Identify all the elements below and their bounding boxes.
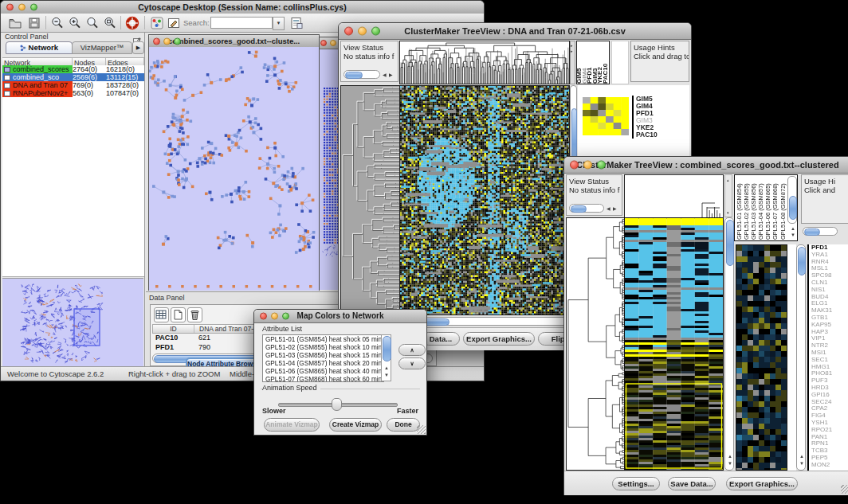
tv1-status-scrollbar[interactable] bbox=[344, 70, 380, 79]
network-canvas[interactable] bbox=[149, 47, 319, 291]
tv1-splitter[interactable]: ▸▸ bbox=[570, 41, 575, 84]
move-up-button[interactable]: ∧ bbox=[398, 344, 426, 356]
zoom-selected-icon[interactable] bbox=[85, 16, 100, 30]
minimize-icon[interactable] bbox=[18, 4, 26, 11]
network-row[interactable]: DNA and Tran 07769(0)183728(0) bbox=[2, 81, 144, 89]
treeview-combined-titlebar[interactable]: ClusterMaker TreeView : combined_scores_… bbox=[564, 157, 848, 174]
column-label[interactable]: PFD1 bbox=[587, 41, 593, 84]
report-icon[interactable] bbox=[289, 16, 304, 30]
treeview-dna-titlebar[interactable]: ClusterMaker TreeView : DNA and Tran 07-… bbox=[339, 23, 691, 40]
minimize-icon[interactable] bbox=[583, 161, 592, 170]
zoom-window-icon[interactable] bbox=[30, 4, 37, 11]
column-label[interactable]: GPL51-01 (GSM854) bbox=[736, 176, 743, 240]
tv1-column-dendrogram[interactable] bbox=[399, 41, 570, 84]
gene-label[interactable]: MON2 bbox=[811, 462, 848, 469]
close-icon[interactable] bbox=[320, 40, 327, 46]
resize-grip[interactable] bbox=[417, 425, 426, 434]
column-label[interactable]: YKE2 bbox=[598, 41, 603, 84]
minimize-icon[interactable] bbox=[271, 313, 278, 320]
animate-vizmap-button[interactable]: Animate Vizmap bbox=[264, 418, 320, 432]
tv2-status-scrollbar[interactable] bbox=[569, 204, 604, 213]
network-row[interactable]: combined_scores2764(0)16218(0) bbox=[2, 65, 144, 73]
tv2-column-dendrogram[interactable] bbox=[624, 174, 724, 219]
zoom-window-icon[interactable] bbox=[174, 37, 181, 45]
help-lifering-icon[interactable] bbox=[125, 16, 139, 30]
close-icon[interactable] bbox=[153, 37, 160, 45]
zoom-out-icon[interactable] bbox=[50, 16, 65, 30]
open-icon[interactable] bbox=[8, 16, 22, 30]
tv1-similarity-heatmap[interactable] bbox=[583, 97, 629, 135]
create-vizmap-button[interactable]: Create Vizmap bbox=[329, 418, 382, 432]
column-label[interactable]: GIM5 bbox=[577, 41, 583, 84]
tv1-gene-labels[interactable]: GIM5GIM4PFD1GIM3YKE2PAC10 bbox=[632, 96, 692, 139]
network-row[interactable]: RNAPuberNov2+563(0)107847(0) bbox=[2, 89, 144, 97]
zoom-window-icon[interactable] bbox=[597, 161, 606, 170]
close-icon[interactable] bbox=[344, 27, 353, 36]
row-id: PFD1 bbox=[152, 342, 194, 352]
tv1-heatmap[interactable] bbox=[399, 85, 570, 315]
settings-button[interactable]: Settings... bbox=[612, 477, 660, 490]
attribute-item[interactable]: GPL51-07 (GSM868) heat shock 60 min bbox=[265, 376, 383, 382]
attribute-list-vscrollbar[interactable]: ▲▼ bbox=[381, 334, 391, 381]
more-tabs-button[interactable]: ▶ bbox=[132, 41, 144, 54]
zoom-window-icon[interactable] bbox=[282, 313, 289, 320]
network-row[interactable]: combined_sco2569(6)13112(15) bbox=[2, 73, 144, 81]
close-icon[interactable] bbox=[260, 313, 267, 320]
birds-eye-view[interactable] bbox=[2, 278, 143, 366]
minimize-icon[interactable] bbox=[358, 27, 367, 36]
tv2-gene-list[interactable]: PFD1YRA1RNR4MSL1SPC98CLN1NIS1BUD4ELG1MAK… bbox=[807, 244, 848, 471]
dialog-titlebar[interactable]: Map Colors to Network bbox=[254, 310, 426, 323]
tv2-zoom-vscrollbar[interactable]: ▲▼ bbox=[796, 244, 806, 471]
done-button[interactable]: Done bbox=[387, 418, 420, 432]
export-graphics-button[interactable]: Export Graphics... bbox=[463, 332, 535, 346]
attribute-item[interactable]: GPL51-06 (GSM865) heat shock 40 min bbox=[265, 368, 383, 376]
export-graphics-button[interactable]: Export Graphics... bbox=[726, 477, 798, 490]
resize-grip[interactable] bbox=[841, 485, 848, 494]
column-label[interactable]: GPL51-02 (GSM855) bbox=[743, 176, 750, 240]
column-label[interactable]: GPL51-03 (GSM856) bbox=[750, 176, 757, 240]
tv2-hints-scrollbar[interactable] bbox=[803, 227, 838, 236]
create-network-icon[interactable] bbox=[150, 16, 164, 30]
tab-vizmapper[interactable]: VizMapper™ bbox=[72, 41, 132, 54]
search-dropdown-button[interactable]: ▼ bbox=[273, 17, 285, 30]
delete-attribute-icon[interactable] bbox=[187, 307, 202, 322]
close-icon[interactable] bbox=[570, 161, 579, 170]
attribute-item[interactable]: GPL51-01 (GSM854) heat shock 05 min bbox=[265, 336, 383, 344]
minimize-icon[interactable] bbox=[330, 40, 336, 46]
gene-label[interactable]: PAC10 bbox=[636, 131, 692, 139]
tv2-zoom-heatmap[interactable] bbox=[736, 244, 787, 471]
save-data-button[interactable]: Save Data... bbox=[668, 477, 716, 490]
minimize-icon[interactable] bbox=[163, 37, 171, 45]
attribute-list[interactable]: GPL51-01 (GSM854) heat shock 05 minGPL51… bbox=[262, 334, 384, 382]
close-icon[interactable] bbox=[6, 4, 14, 11]
attribute-item[interactable]: GPL51-02 (GSM855) heat shock 10 min bbox=[265, 344, 383, 352]
new-attribute-icon[interactable] bbox=[171, 307, 186, 322]
save-data-button[interactable]: Data... bbox=[422, 332, 460, 346]
move-down-button[interactable]: ∨ bbox=[398, 357, 426, 369]
column-label[interactable]: PAC10 bbox=[603, 41, 609, 84]
column-label[interactable]: GPL51-08 (GSM872) bbox=[779, 176, 787, 240]
save-icon[interactable] bbox=[27, 16, 41, 30]
zoom-fit-icon[interactable] bbox=[103, 16, 117, 30]
speed-slider-thumb[interactable] bbox=[332, 398, 342, 411]
search-input[interactable] bbox=[210, 17, 273, 29]
tv2-heatmap[interactable] bbox=[624, 217, 724, 471]
main-titlebar[interactable]: Cytoscape Desktop (Session Name: collins… bbox=[1, 1, 484, 14]
column-label[interactable]: GPL51-07 (GSM868) bbox=[771, 176, 779, 240]
tv2-column-labels[interactable]: GPL51-01 (GSM854)GPL51-02 (GSM855)GPL51-… bbox=[736, 176, 787, 240]
tv1-row-dendrogram[interactable] bbox=[340, 85, 400, 315]
attribute-item[interactable]: GPL51-04 (GSM857) heat shock 20 min bbox=[265, 360, 383, 368]
tab-network[interactable]: Network bbox=[6, 41, 73, 54]
attribute-table-icon[interactable] bbox=[154, 307, 169, 322]
tv2-splitter[interactable]: ▴▾ bbox=[724, 174, 732, 217]
tv1-column-labels[interactable]: GIM5GIM4PFD1GIM3YKE2PAC10 bbox=[576, 41, 610, 84]
zoom-in-icon[interactable] bbox=[68, 16, 82, 30]
column-label[interactable]: GPL51-04 (GSM857) bbox=[757, 176, 764, 240]
attribute-item[interactable]: GPL51-03 (GSM856) heat shock 15 min bbox=[265, 352, 383, 360]
tv2-heatmap-vscrollbar[interactable]: ▲▼ bbox=[724, 217, 734, 471]
zoom-window-icon[interactable] bbox=[371, 27, 380, 36]
network-titlebar[interactable]: combined_scores_good.txt--cluste... bbox=[149, 35, 319, 48]
tv2-labels-vscrollbar[interactable] bbox=[787, 176, 797, 224]
annotation-icon[interactable] bbox=[167, 16, 181, 30]
tv2-row-dendrogram[interactable] bbox=[566, 217, 626, 471]
